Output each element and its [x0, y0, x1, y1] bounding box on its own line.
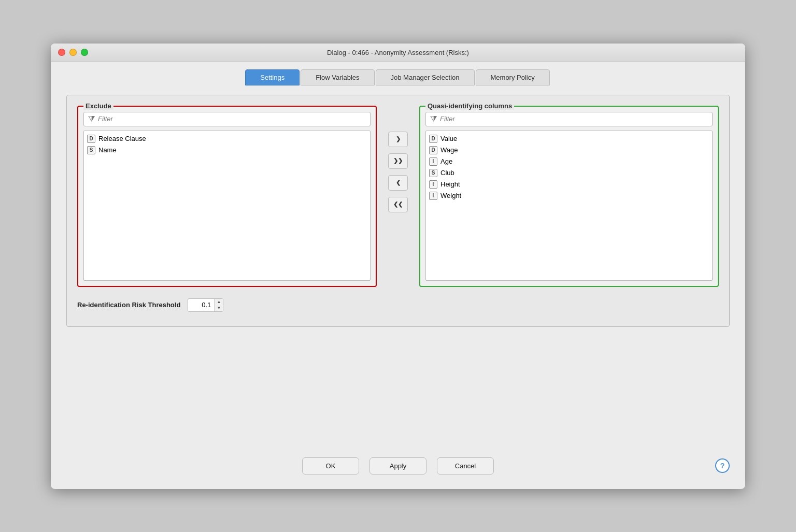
threshold-row: Re-identification Risk Threshold ▲ ▼ [77, 287, 719, 316]
type-badge-d: D [87, 135, 95, 143]
quasi-list-box: D Value D Wage I Age [425, 131, 713, 281]
cancel-button[interactable]: Cancel [437, 457, 494, 475]
list-item[interactable]: I Height [426, 179, 712, 190]
tab-flow-variables[interactable]: Flow Variables [301, 69, 374, 85]
move-right-button[interactable]: ❯ [388, 132, 408, 147]
quasi-group-box: Quasi-identifying columns ⧩ D Value D [419, 106, 719, 287]
exclude-group-label: Exclude [83, 102, 113, 110]
type-badge: D [429, 135, 437, 143]
type-badge: I [429, 157, 437, 166]
list-item[interactable]: D Wage [426, 145, 712, 156]
tab-job-manager[interactable]: Job Manager Selection [376, 69, 475, 85]
item-label: Age [440, 157, 452, 165]
exclude-column: Exclude ⧩ D Release Clause S [77, 106, 377, 287]
item-label: Name [98, 146, 117, 154]
dialog-window: Dialog - 0:466 - Anonymity Assessment (R… [51, 44, 745, 489]
threshold-input[interactable] [188, 299, 214, 310]
transfer-buttons: ❯ ❯❯ ❮ ❮❮ [377, 132, 419, 212]
list-item[interactable]: D Value [426, 133, 712, 145]
list-item[interactable]: D Release Clause [84, 133, 370, 145]
columns-row: Exclude ⧩ D Release Clause S [77, 106, 719, 287]
close-button[interactable] [58, 49, 65, 56]
window-title: Dialog - 0:466 - Anonymity Assessment (R… [327, 49, 469, 56]
title-bar: Dialog - 0:466 - Anonymity Assessment (R… [51, 44, 745, 62]
quasi-filter-icon: ⧩ [430, 114, 437, 124]
help-button[interactable]: ? [715, 458, 730, 473]
item-label: Club [440, 169, 454, 177]
item-label: Height [440, 180, 460, 188]
type-badge: S [429, 169, 437, 177]
content-area: Exclude ⧩ D Release Clause S [51, 85, 745, 445]
type-badge: I [429, 192, 437, 200]
type-badge: D [429, 146, 437, 154]
item-label: Wage [440, 146, 458, 154]
threshold-increment-button[interactable]: ▲ [215, 299, 223, 305]
quasi-group-label: Quasi-identifying columns [425, 102, 514, 110]
exclude-list-box: D Release Clause S Name [83, 131, 371, 281]
list-item[interactable]: S Name [84, 145, 370, 156]
move-all-left-button[interactable]: ❮❮ [388, 197, 408, 212]
list-item[interactable]: S Club [426, 167, 712, 179]
main-panel: Exclude ⧩ D Release Clause S [66, 95, 730, 327]
quasi-filter-row: ⧩ [425, 112, 713, 126]
ok-button[interactable]: OK [302, 457, 359, 475]
quasi-filter-input[interactable] [440, 115, 708, 123]
list-item[interactable]: I Age [426, 156, 712, 167]
move-left-button[interactable]: ❮ [388, 175, 408, 191]
item-label: Release Clause [98, 135, 146, 142]
maximize-button[interactable] [81, 49, 88, 56]
footer: OK Apply Cancel ? [51, 445, 745, 489]
move-all-right-button[interactable]: ❯❯ [388, 153, 408, 169]
threshold-input-wrap: ▲ ▼ [188, 298, 223, 312]
tab-settings[interactable]: Settings [245, 69, 300, 85]
threshold-label: Re-identification Risk Threshold [77, 301, 180, 309]
type-badge: I [429, 180, 437, 189]
exclude-group-box: Exclude ⧩ D Release Clause S [77, 106, 377, 287]
item-label: Value [440, 135, 457, 142]
exclude-filter-row: ⧩ [83, 112, 371, 126]
quasi-column: Quasi-identifying columns ⧩ D Value D [419, 106, 719, 287]
list-item[interactable]: I Weight [426, 190, 712, 202]
item-label: Weight [440, 192, 461, 199]
minimize-button[interactable] [69, 49, 77, 56]
type-badge-s: S [87, 146, 95, 154]
exclude-filter-icon: ⧩ [88, 114, 95, 124]
exclude-filter-input[interactable] [98, 115, 366, 123]
threshold-spinner: ▲ ▼ [214, 299, 223, 311]
tabs-bar: Settings Flow Variables Job Manager Sele… [51, 62, 745, 85]
window-controls [58, 49, 88, 56]
tab-memory-policy[interactable]: Memory Policy [476, 69, 550, 85]
apply-button[interactable]: Apply [369, 457, 427, 475]
threshold-decrement-button[interactable]: ▼ [215, 305, 223, 311]
